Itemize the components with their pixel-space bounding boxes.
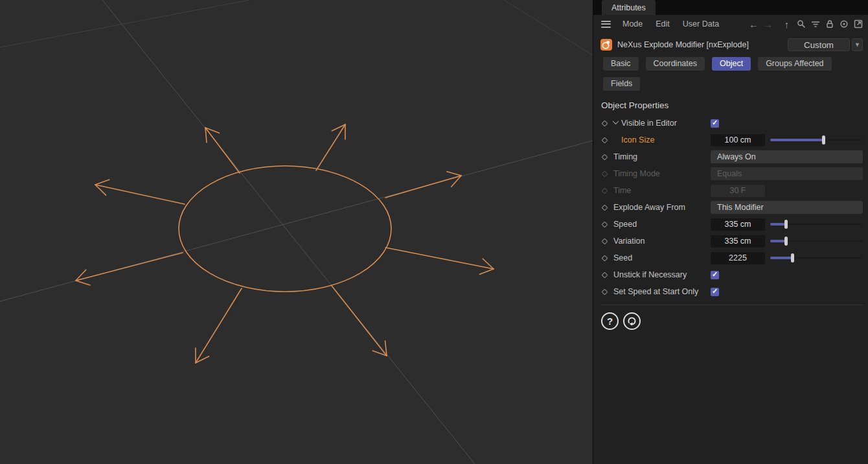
explode-away-from-dropdown[interactable]: This Modifier bbox=[711, 201, 863, 214]
unstick-if-necessary-checkbox[interactable]: ✓ bbox=[711, 271, 719, 279]
new-window-icon[interactable] bbox=[852, 18, 864, 30]
explode-arrow[interactable] bbox=[196, 288, 242, 363]
section-divider bbox=[601, 305, 863, 305]
property-row-explode-away-from: Explode Away FromThis Modifier bbox=[593, 199, 868, 216]
property-label: Timing Mode bbox=[613, 169, 660, 178]
speed-slider[interactable] bbox=[770, 220, 863, 229]
seed-value-field[interactable]: 2225 bbox=[711, 252, 765, 264]
slider-handle[interactable] bbox=[784, 237, 788, 246]
timing-mode-dropdown[interactable]: Equals bbox=[711, 167, 863, 180]
slider-handle[interactable] bbox=[784, 220, 788, 229]
slider-fill bbox=[770, 223, 786, 226]
keyframe-diamond-icon[interactable] bbox=[602, 238, 608, 244]
preset-dropdown-arrow-icon[interactable]: ▼ bbox=[852, 38, 863, 51]
slider-handle[interactable] bbox=[822, 135, 825, 145]
explode-spline-circle[interactable] bbox=[179, 166, 391, 292]
attributes-menubar: Mode Edit User Data ←→↑ bbox=[593, 15, 868, 33]
property-label: Timing bbox=[613, 152, 637, 161]
property-label: Set Speed at Start Only bbox=[613, 287, 698, 296]
icon-size-slider[interactable] bbox=[770, 135, 863, 145]
explode-arrow[interactable] bbox=[95, 180, 185, 204]
reset-icon[interactable] bbox=[623, 312, 641, 330]
keyframe-diamond-icon[interactable] bbox=[602, 137, 608, 143]
explode-arrow[interactable] bbox=[205, 128, 240, 173]
property-label: Explode Away From bbox=[613, 203, 685, 212]
keyframe-diamond-icon[interactable] bbox=[602, 288, 608, 295]
property-label: Unstick if Necessary bbox=[613, 270, 687, 279]
slider-fill bbox=[770, 139, 823, 141]
seed-slider[interactable] bbox=[770, 253, 863, 262]
menu-mode[interactable]: Mode bbox=[619, 19, 646, 29]
slider-handle[interactable] bbox=[791, 253, 794, 262]
keyframe-diamond-icon[interactable] bbox=[602, 255, 608, 261]
application-window: Attributes Mode Edit User Data ←→↑ NeXus… bbox=[0, 0, 868, 464]
tab-groups-affected[interactable]: Groups Affected bbox=[758, 57, 831, 71]
target-icon[interactable] bbox=[838, 18, 850, 30]
attribute-tabs: BasicCoordinatesObjectGroups AffectedFie… bbox=[603, 57, 863, 91]
back-arrow-icon[interactable]: ← bbox=[748, 18, 760, 30]
search-icon[interactable] bbox=[795, 18, 807, 30]
keyframe-diamond-icon[interactable] bbox=[602, 221, 608, 227]
speed-value-field[interactable]: 335 cm bbox=[711, 218, 765, 231]
explode-arrow[interactable] bbox=[76, 253, 183, 285]
viewport-3d[interactable] bbox=[0, 0, 593, 464]
up-arrow-icon[interactable]: ↑ bbox=[781, 18, 793, 30]
property-rows: Visible in Editor✓Icon Size100 cmTimingA… bbox=[593, 115, 868, 300]
visible-in-editor-checkbox[interactable]: ✓ bbox=[711, 119, 719, 128]
keyframe-diamond-icon[interactable] bbox=[602, 272, 608, 278]
menu-edit[interactable]: Edit bbox=[652, 19, 674, 29]
variation-value-field[interactable]: 335 cm bbox=[711, 235, 765, 248]
tab-basic[interactable]: Basic bbox=[603, 57, 639, 71]
filter-icon[interactable] bbox=[809, 18, 821, 30]
property-label: Visible in Editor bbox=[621, 119, 677, 128]
hamburger-menu-icon[interactable] bbox=[601, 21, 611, 28]
variation-slider[interactable] bbox=[770, 237, 863, 246]
section-title: Object Properties bbox=[601, 100, 868, 110]
tab-attributes[interactable]: Attributes bbox=[602, 0, 656, 15]
tab-coordinates[interactable]: Coordinates bbox=[646, 57, 705, 71]
check-mark-icon: ✓ bbox=[712, 270, 718, 279]
timing-dropdown[interactable]: Always On bbox=[711, 150, 863, 163]
property-label: Icon Size bbox=[621, 135, 654, 145]
explode-arrow[interactable] bbox=[316, 124, 345, 170]
property-label: Variation bbox=[613, 237, 645, 246]
keyframe-diamond-icon[interactable] bbox=[602, 154, 608, 160]
toolbar-icons: ←→↑ bbox=[748, 18, 864, 30]
property-row-timing-mode: Timing ModeEquals bbox=[593, 165, 868, 182]
slider-fill bbox=[770, 240, 786, 242]
keyframe-diamond-icon[interactable] bbox=[602, 187, 608, 194]
property-row-speed: Speed335 cm bbox=[593, 216, 868, 233]
tab-fields[interactable]: Fields bbox=[603, 77, 640, 91]
check-mark-icon: ✓ bbox=[712, 119, 718, 127]
forward-arrow-icon[interactable]: → bbox=[762, 18, 774, 30]
property-row-seed: Seed2225 bbox=[593, 249, 868, 266]
grid-line bbox=[504, 0, 593, 55]
collapse-chevron-icon[interactable] bbox=[613, 118, 619, 124]
property-row-time: Time30 F bbox=[593, 182, 868, 199]
tab-object[interactable]: Object bbox=[712, 57, 751, 71]
keyframe-diamond-icon[interactable] bbox=[602, 204, 608, 211]
keyframe-diamond-icon[interactable] bbox=[602, 170, 608, 177]
property-row-icon-size: Icon Size100 cm bbox=[593, 132, 868, 148]
preset-button[interactable]: Custom bbox=[788, 38, 850, 51]
menu-user-data[interactable]: User Data bbox=[679, 19, 723, 29]
set-speed-at-start-only-checkbox[interactable]: ✓ bbox=[711, 288, 719, 296]
explode-arrow[interactable] bbox=[332, 286, 387, 356]
preset-control: Custom ▼ bbox=[788, 38, 863, 51]
time-value-field[interactable]: 30 F bbox=[711, 185, 765, 197]
footer-buttons: ? bbox=[601, 312, 868, 330]
icon-size-value-field[interactable]: 100 cm bbox=[711, 134, 765, 146]
grid-line bbox=[102, 0, 475, 464]
help-icon[interactable]: ? bbox=[601, 312, 619, 330]
property-row-set-speed-at-start-only: Set Speed at Start Only✓ bbox=[593, 283, 868, 300]
keyframe-diamond-icon[interactable] bbox=[602, 120, 608, 126]
lock-icon[interactable] bbox=[823, 18, 836, 30]
property-label: Seed bbox=[613, 253, 632, 262]
property-row-visible-in-editor: Visible in Editor✓ bbox=[593, 115, 868, 132]
check-mark-icon: ✓ bbox=[712, 287, 718, 296]
property-label: Speed bbox=[613, 220, 637, 229]
property-row-timing: TimingAlways On bbox=[593, 148, 868, 165]
viewport-canvas bbox=[0, 0, 593, 464]
explode-arrow[interactable] bbox=[385, 248, 494, 274]
nexus-modifier-icon bbox=[600, 39, 612, 51]
